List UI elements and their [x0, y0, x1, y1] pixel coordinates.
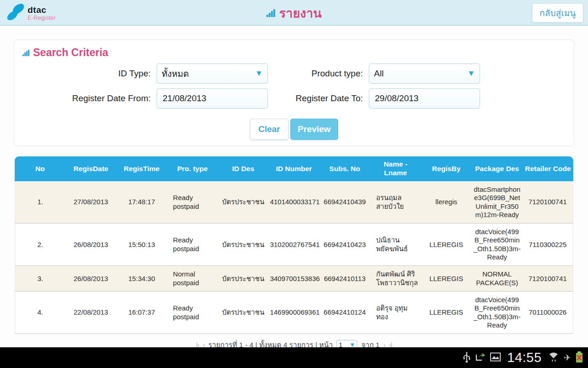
main-content: Search Criteria ID Type: ทั้งหมด ▼ Produ… [0, 27, 588, 347]
clear-button[interactable]: Clear [250, 119, 288, 140]
cell-no: 2. [15, 224, 66, 266]
col-header-package-des: Package Des [472, 156, 523, 181]
system-tray[interactable]: 14:55 ✈ [463, 347, 583, 368]
product-type-label: Product type: [268, 69, 369, 79]
id-type-value: ทั้งหมด [162, 67, 255, 80]
clock: 14:55 [507, 350, 542, 365]
cell-registime: 17:48:17 [116, 181, 167, 224]
cell-registime: 15:50:13 [116, 224, 167, 266]
table-header-row: No RegisDate RegisTime Pro. type ID Des … [15, 156, 573, 181]
cell-regisdate: 26/08/2013 [66, 224, 117, 266]
col-header-retailer-code: Retailer Code [522, 156, 573, 181]
col-header-regisby: RegisBy [421, 156, 472, 181]
cell-pro-type: Ready postpaid [167, 181, 218, 224]
back-to-menu-button[interactable]: กลับสู่เมนู [532, 3, 583, 23]
date-from-input[interactable] [157, 88, 268, 109]
table-row: 3. 26/08/2013 15:34:30 Normal postpaid บ… [15, 266, 573, 292]
dropdown-arrow-icon: ▼ [467, 69, 475, 78]
airplane-mode-icon: ✈ [564, 352, 571, 363]
cell-name-lname: อติรุจ อุทุมทอง [370, 292, 421, 334]
date-to-label: Register Date To: [268, 93, 369, 104]
cell-pro-type: Ready postpaid [167, 292, 218, 334]
cell-subs-no: 66942410124 [319, 292, 370, 334]
home-nav-button[interactable] [46, 350, 65, 366]
cell-id-des: บัตรประชาชน [218, 266, 269, 292]
table-row: 1. 27/08/2013 17:48:17 Ready postpaid บั… [15, 181, 573, 224]
cell-regisby: LLEREGIS [421, 266, 472, 292]
search-bars-icon [23, 50, 29, 56]
dtac-butterfly-icon [6, 1, 27, 25]
table-row: 2. 26/08/2013 15:50:13 Ready postpaid บั… [15, 224, 573, 266]
expand-tray-button[interactable] [285, 350, 303, 366]
cell-no: 3. [15, 266, 66, 292]
cell-name-lname: ปณิธาน พยัคฆพันธ์ [370, 224, 421, 266]
page-title: รายงาน [0, 0, 588, 26]
product-type-value: All [374, 69, 467, 79]
cell-id-number: 1469900069361 [269, 292, 320, 334]
cell-retailer-code: 7120100741 [522, 266, 573, 292]
product-type-select[interactable]: All ▼ [369, 63, 480, 84]
app-header: dtac E-Register รายงาน กลับสู่เมนู [0, 0, 588, 26]
cell-regisdate: 27/08/2013 [66, 181, 117, 224]
recents-nav-button[interactable] [82, 350, 100, 366]
cell-retailer-code: 7110300225 [522, 224, 573, 266]
logo-subtitle: E-Register [28, 15, 56, 21]
cell-no: 4. [15, 292, 66, 334]
screen: dtac E-Register รายงาน กลับสู่เมนู Searc… [0, 0, 588, 368]
gallery-icon [490, 352, 501, 364]
cell-name-lname: กันตพัฒน์ ศิริโพธาวานิชกุล [370, 266, 421, 292]
cell-no: 1. [15, 181, 66, 224]
back-nav-button[interactable] [11, 350, 29, 366]
cell-id-des: บัตรประชาชน [218, 224, 269, 266]
cell-package-des: dtacVoice(499B_Free650min_Oth1.50B)3m-Re… [472, 224, 523, 266]
date-from-label: Register Date From: [28, 93, 157, 104]
id-type-label: ID Type: [28, 69, 157, 79]
col-header-pro-type: Pro. type [167, 156, 218, 181]
usb-icon [463, 351, 470, 365]
search-criteria-title: Search Criteria [14, 40, 574, 59]
cell-package-des: dtacVoice(499B_Free650min_Oth1.50B)3m-Re… [472, 292, 523, 334]
dtac-logo: dtac E-Register [6, 1, 56, 25]
battery-warning-icon [575, 351, 583, 365]
table-row: 4. 22/08/2013 16:07:37 Ready postpaid บั… [15, 292, 573, 334]
search-criteria-panel: Search Criteria ID Type: ทั้งหมด ▼ Produ… [14, 40, 574, 146]
page-title-text: รายงาน [279, 3, 322, 23]
preview-button[interactable]: Preview [290, 119, 338, 140]
cell-registime: 15:34:30 [116, 266, 167, 292]
cell-retailer-code: 7011000026 [522, 292, 573, 334]
col-header-id-des: ID Des [218, 156, 269, 181]
search-criteria-title-text: Search Criteria [33, 46, 108, 59]
cell-regisby: LLEREGIS [421, 292, 472, 334]
cell-pro-type: Normal postpaid [167, 266, 218, 292]
col-header-no: No [15, 156, 66, 181]
screenshot-nav-button[interactable] [117, 350, 136, 366]
cell-id-des: บัตรประชาชน [218, 181, 269, 224]
cell-subs-no: 66942410439 [319, 181, 370, 224]
col-header-id-number: ID Number [269, 156, 320, 181]
cell-subs-no: 66942410423 [319, 224, 370, 266]
col-header-subs-no: Subs. No [319, 156, 370, 181]
wifi-icon [548, 351, 560, 365]
cell-id-des: บัตรประชาชน [218, 292, 269, 334]
col-header-registime: RegisTime [116, 156, 167, 181]
cell-regisby: LLEREGIS [421, 224, 472, 266]
android-navbar: 14:55 ✈ [0, 347, 588, 368]
date-to-input[interactable] [369, 88, 480, 109]
id-type-select[interactable]: ทั้งหมด ▼ [157, 63, 268, 84]
cell-regisby: lleregis [421, 181, 472, 224]
cell-id-number: 4101400033171 [269, 181, 320, 224]
col-header-regisdate: RegisDate [66, 156, 117, 181]
cell-id-number: 3102002767541 [269, 224, 320, 266]
cell-regisdate: 22/08/2013 [66, 292, 117, 334]
cell-subs-no: 66942410113 [319, 266, 370, 292]
report-table: No RegisDate RegisTime Pro. type ID Des … [15, 156, 573, 351]
cell-name-lname: อรนฤมล สายบัวใย [370, 181, 421, 224]
report-bars-icon [266, 9, 275, 17]
cell-retailer-code: 7120100741 [522, 181, 573, 224]
cell-id-number: 3409700153836 [269, 266, 320, 292]
cell-registime: 16:07:37 [116, 292, 167, 334]
cell-regisdate: 26/08/2013 [66, 266, 117, 292]
screenshot-captured-icon [475, 351, 486, 364]
cell-package-des: dtacSmartphone3G(699B_NetUnlimit_Fr350m)… [472, 181, 523, 224]
dropdown-arrow-icon: ▼ [255, 69, 263, 78]
